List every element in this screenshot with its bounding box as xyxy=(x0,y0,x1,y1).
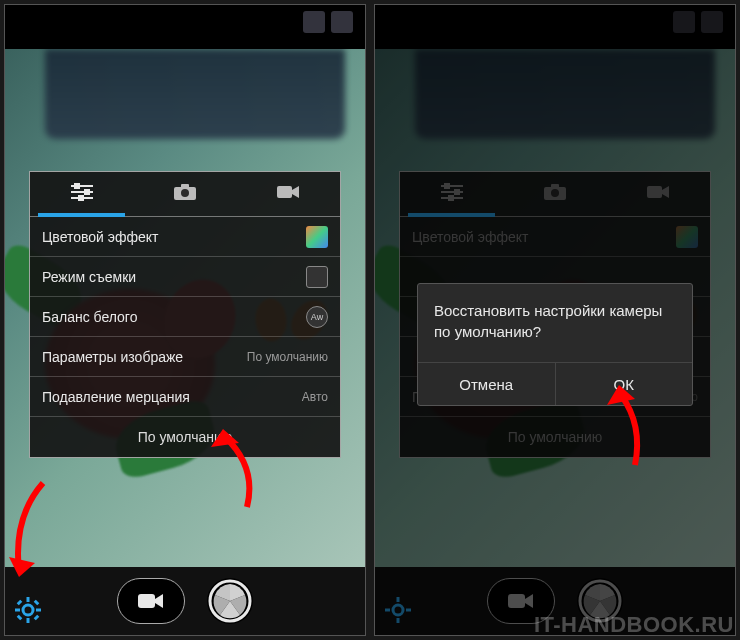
row-value: По умолчанию xyxy=(247,350,328,364)
row-label: Параметры изображе xyxy=(42,349,183,365)
row-restore-defaults[interactable]: По умолчанию xyxy=(30,417,340,457)
row-label: Цветовой эффект xyxy=(42,229,158,245)
camera-bottom-bar xyxy=(5,567,365,635)
svg-point-10 xyxy=(23,605,33,615)
settings-tabs xyxy=(30,172,340,217)
svg-rect-4 xyxy=(85,190,89,194)
svg-rect-19 xyxy=(138,594,155,608)
svg-rect-36 xyxy=(508,594,525,608)
svg-rect-33 xyxy=(397,618,400,623)
svg-point-31 xyxy=(393,605,403,615)
status-icon xyxy=(303,11,325,33)
tab-video[interactable] xyxy=(237,172,340,216)
sliders-icon xyxy=(69,182,95,206)
svg-rect-15 xyxy=(17,600,23,606)
video-mode-button[interactable] xyxy=(117,578,185,624)
row-label: Баланс белого xyxy=(42,309,137,325)
bg-shape xyxy=(45,49,345,139)
row-scene-mode[interactable]: Режим съемки xyxy=(30,257,340,297)
svg-rect-14 xyxy=(36,609,41,612)
svg-rect-34 xyxy=(385,609,390,612)
gear-icon xyxy=(13,611,43,628)
tab-settings[interactable] xyxy=(30,172,133,216)
svg-rect-12 xyxy=(27,618,30,623)
shutter-button[interactable] xyxy=(207,578,253,624)
camera-icon xyxy=(172,182,198,206)
phone-left: Цветовой эффект Режим съемки Баланс бело… xyxy=(4,4,366,636)
row-label: Режим съемки xyxy=(42,269,136,285)
tab-photo[interactable] xyxy=(133,172,236,216)
status-icon xyxy=(331,11,353,33)
video-icon xyxy=(136,590,166,612)
row-label: Подавление мерцания xyxy=(42,389,190,405)
svg-rect-16 xyxy=(34,600,40,606)
settings-button[interactable] xyxy=(13,595,43,625)
watermark: IT-HANDBOOK.RU xyxy=(534,612,734,638)
row-flicker[interactable]: Подавление мерцания Авто xyxy=(30,377,340,417)
scene-icon xyxy=(306,266,328,288)
button-label: ОК xyxy=(614,376,634,393)
svg-rect-9 xyxy=(277,186,292,198)
phone-right: Цветовой эффект Подавление мерцания Авто… xyxy=(374,4,736,636)
ok-button[interactable]: ОК xyxy=(556,363,693,405)
svg-rect-5 xyxy=(79,196,83,200)
svg-rect-13 xyxy=(15,609,20,612)
svg-rect-7 xyxy=(181,184,189,188)
status-icons xyxy=(303,11,353,33)
svg-rect-3 xyxy=(75,184,79,188)
svg-point-8 xyxy=(181,189,189,197)
row-value: Авто xyxy=(302,390,328,404)
row-color-effect[interactable]: Цветовой эффект xyxy=(30,217,340,257)
row-label: По умолчанию xyxy=(138,429,233,445)
status-bar xyxy=(5,5,365,49)
svg-rect-32 xyxy=(397,597,400,602)
row-white-balance[interactable]: Баланс белого Aw xyxy=(30,297,340,337)
camera-settings-panel: Цветовой эффект Режим съемки Баланс бело… xyxy=(29,171,341,458)
svg-rect-11 xyxy=(27,597,30,602)
dialog-message: Восстановить настройки камеры по умолчан… xyxy=(418,284,692,362)
video-icon xyxy=(275,183,301,205)
svg-rect-35 xyxy=(406,609,411,612)
dialog-buttons: Отмена ОК xyxy=(418,362,692,405)
video-icon xyxy=(506,590,536,612)
row-image-params[interactable]: Параметры изображе По умолчанию xyxy=(30,337,340,377)
shutter-icon xyxy=(207,578,253,624)
svg-rect-17 xyxy=(17,615,23,621)
svg-rect-18 xyxy=(34,615,40,621)
settings-button xyxy=(383,595,413,625)
palette-icon xyxy=(306,226,328,248)
cancel-button[interactable]: Отмена xyxy=(418,363,556,405)
button-label: Отмена xyxy=(459,376,513,393)
gear-icon xyxy=(383,611,413,628)
wb-icon: Aw xyxy=(306,306,328,328)
confirm-dialog: Восстановить настройки камеры по умолчан… xyxy=(417,283,693,406)
